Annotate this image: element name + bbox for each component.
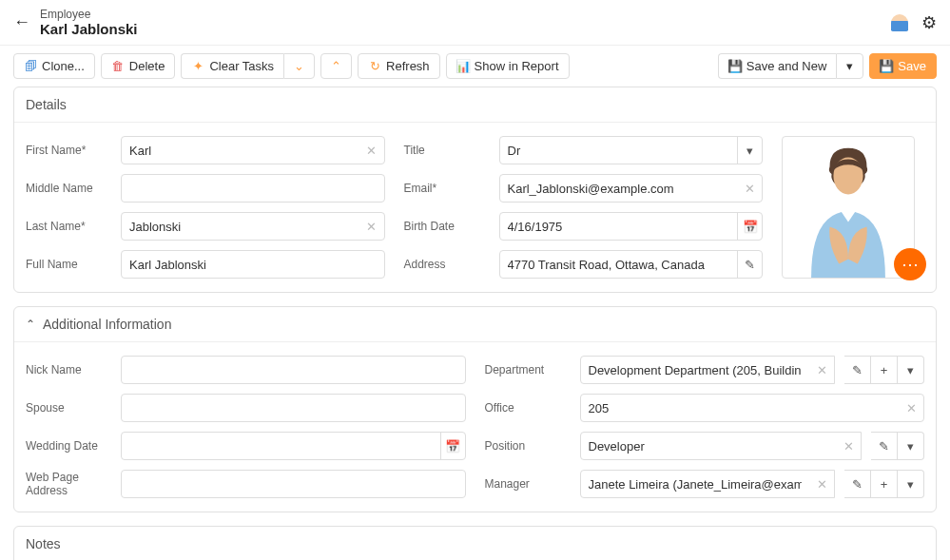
clear-icon[interactable]: ✕ <box>809 471 834 497</box>
middle-name-label: Middle Name <box>26 182 111 195</box>
broom-icon: ✦ <box>191 60 204 73</box>
title-input[interactable] <box>500 144 738 158</box>
clear-tasks-dropdown[interactable]: ⌄ <box>283 53 315 79</box>
collapse-toggle[interactable]: ⌃ <box>26 318 35 331</box>
clear-label: Clear Tasks <box>209 59 274 73</box>
web-page-label: Web Page Address <box>26 471 111 497</box>
page-title: Karl Jablonski <box>40 21 891 37</box>
last-name-input[interactable] <box>122 220 359 234</box>
save-icon: 💾 <box>880 60 893 73</box>
report-icon: 📊 <box>456 60 470 73</box>
first-name-label: First Name* <box>26 144 111 157</box>
add-icon[interactable]: + <box>871 356 898 384</box>
position-input[interactable] <box>581 439 837 454</box>
first-name-input[interactable] <box>122 144 359 158</box>
refresh-button[interactable]: ↻Refresh <box>358 53 440 79</box>
clear-icon[interactable]: ✕ <box>899 395 923 421</box>
clone-button[interactable]: 🗐Clone... <box>13 53 95 79</box>
clear-icon[interactable]: ✕ <box>737 175 762 202</box>
save-and-new-button[interactable]: 💾Save and New <box>718 53 837 79</box>
additional-title: Additional Information <box>43 317 171 332</box>
last-name-label: Last Name* <box>26 220 111 233</box>
clear-icon[interactable]: ✕ <box>359 137 384 164</box>
back-button[interactable]: ← <box>13 12 30 32</box>
chevron-down-icon: ⌄ <box>294 59 304 73</box>
full-name-label: Full Name <box>26 258 111 271</box>
birth-date-input[interactable] <box>500 220 738 234</box>
nick-name-label: Nick Name <box>26 363 111 377</box>
wedding-date-label: Wedding Date <box>26 439 111 453</box>
address-label: Address <box>404 258 490 271</box>
manager-input[interactable] <box>581 477 810 492</box>
notes-panel: Notes <box>13 526 937 560</box>
spouse-input[interactable] <box>122 401 465 415</box>
manager-label: Manager <box>485 477 571 491</box>
refresh-label: Refresh <box>386 59 430 73</box>
save-new-label: Save and New <box>746 59 827 73</box>
details-title: Details <box>26 97 67 112</box>
clear-icon[interactable]: ✕ <box>836 433 861 459</box>
dropdown-icon[interactable]: ▾ <box>898 356 924 384</box>
spouse-label: Spouse <box>26 401 111 415</box>
trash-icon: 🗑 <box>111 60 125 73</box>
office-input[interactable] <box>581 401 900 415</box>
details-header: Details <box>14 87 936 123</box>
refresh-icon: ↻ <box>368 60 381 73</box>
edit-icon[interactable]: ✎ <box>844 356 871 384</box>
delete-label: Delete <box>129 59 165 73</box>
email-label: Email* <box>404 182 490 195</box>
clone-icon: 🗐 <box>24 60 37 73</box>
chevron-up-icon: ⌃ <box>331 59 341 73</box>
report-label: Show in Report <box>475 59 559 73</box>
save-icon: 💾 <box>728 60 742 73</box>
title-label: Title <box>404 144 490 157</box>
caret-down-icon: ▾ <box>846 59 853 73</box>
middle-name-input[interactable] <box>122 182 384 196</box>
collapse-up-button[interactable]: ⌃ <box>320 53 352 79</box>
delete-button[interactable]: 🗑Delete <box>101 53 176 79</box>
user-avatar-icon[interactable] <box>891 14 908 31</box>
edit-icon[interactable]: ✎ <box>844 470 871 498</box>
department-label: Department <box>485 363 571 377</box>
module-label: Employee <box>40 8 891 21</box>
edit-icon[interactable]: ✎ <box>871 432 898 460</box>
save-and-new-dropdown[interactable]: ▾ <box>836 53 863 79</box>
additional-panel: ⌃Additional Information Nick Name Spouse… <box>13 306 937 512</box>
notes-title: Notes <box>26 536 61 551</box>
position-label: Position <box>485 439 571 453</box>
save-button[interactable]: 💾Save <box>869 53 937 79</box>
calendar-icon[interactable]: 📅 <box>737 213 762 240</box>
full-name-input[interactable] <box>122 258 384 272</box>
show-in-report-button[interactable]: 📊Show in Report <box>446 53 570 79</box>
clear-icon[interactable]: ✕ <box>359 213 384 240</box>
clear-tasks-button[interactable]: ✦Clear Tasks <box>181 53 283 79</box>
clear-icon[interactable]: ✕ <box>809 357 834 383</box>
dropdown-icon[interactable]: ▾ <box>898 432 924 460</box>
details-panel: Details First Name* ✕ Middle Name Last N… <box>13 87 937 293</box>
add-icon[interactable]: + <box>871 470 898 498</box>
office-label: Office <box>485 401 571 415</box>
department-input[interactable] <box>581 363 810 377</box>
clone-label: Clone... <box>42 59 85 73</box>
edit-icon[interactable]: ✎ <box>737 251 762 278</box>
photo-actions-fab[interactable]: ⋯ <box>894 248 926 280</box>
address-input[interactable] <box>500 258 738 272</box>
more-icon: ⋯ <box>902 254 919 275</box>
email-input[interactable] <box>500 182 738 196</box>
wedding-date-input[interactable] <box>122 439 440 454</box>
settings-icon[interactable]: ⚙ <box>921 12 937 33</box>
dropdown-icon[interactable]: ▾ <box>737 137 762 164</box>
web-page-input[interactable] <box>122 477 465 492</box>
save-label: Save <box>898 59 926 73</box>
dropdown-icon[interactable]: ▾ <box>898 470 924 498</box>
birth-date-label: Birth Date <box>404 220 490 233</box>
nick-name-input[interactable] <box>122 363 465 377</box>
calendar-icon[interactable]: 📅 <box>440 433 465 459</box>
